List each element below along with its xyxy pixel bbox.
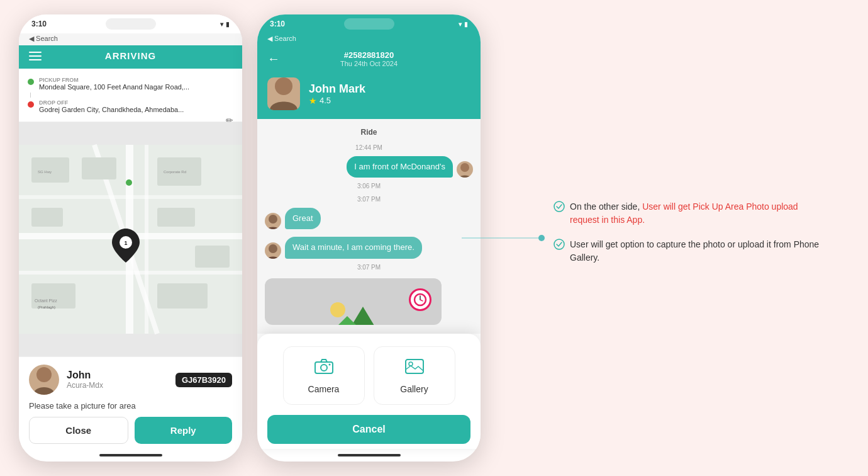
route-card: PICKUP FROM Mondeal Square, 100 Feet Ana…: [19, 69, 242, 122]
annotation-2: User will get option to capture the phot…: [554, 238, 824, 264]
user-avatar: [267, 77, 300, 110]
phone-user: 3:10 ▾ ▮ ◀ Search ← #2582881820 Thu 24th…: [257, 14, 481, 462]
photo-card: Pickup Area Photo Please take a photo of…: [265, 278, 442, 325]
annotation-1: On the other side, User will get Pick Up…: [554, 200, 824, 227]
svg-point-22: [126, 179, 132, 186]
check-icon-2: [554, 239, 565, 252]
svg-point-40: [554, 201, 564, 212]
connector-dot: [538, 235, 545, 241]
ride-id: #2582881820: [340, 50, 398, 60]
svg-rect-5: [19, 195, 242, 199]
gallery-label: Gallery: [400, 384, 428, 394]
svg-text:Octant Pizz: Octant Pizz: [35, 298, 57, 303]
svg-rect-38: [406, 360, 423, 373]
battery-icon2: ▮: [464, 21, 468, 28]
bubble-1: I am front of McDonand's: [347, 156, 453, 178]
msg-time-3: 3:07 PM: [265, 196, 473, 203]
svg-rect-35: [315, 362, 333, 373]
pickup-address: Mondeal Square, 100 Feet Anand Nagar Roa…: [39, 83, 189, 91]
annotation-panel: On the other side, User will get Pick Up…: [554, 200, 824, 276]
clock-icon: [409, 288, 431, 311]
reply-button[interactable]: Reply: [135, 417, 233, 444]
cancel-button[interactable]: Cancel: [267, 415, 470, 444]
status-icons-phone2: ▾ ▮: [459, 21, 468, 28]
home-bar: [19, 449, 242, 462]
driver-header: ARRIVING: [19, 45, 242, 69]
svg-point-36: [321, 365, 327, 371]
svg-point-41: [554, 239, 564, 249]
back-button[interactable]: ←: [267, 52, 280, 66]
star-icon: ★: [309, 96, 317, 106]
svg-point-26: [460, 163, 469, 172]
msg-time-4: 3:07 PM: [265, 264, 473, 271]
upload-options: Camera Gallery: [267, 346, 470, 405]
user-card: John Mark ★ 4.5: [257, 71, 481, 119]
picture-prompt: Please take a picture for area: [29, 401, 232, 411]
sender-avatar-1: [457, 161, 473, 178]
svg-rect-14: [157, 283, 208, 309]
message-row-3: Wait a minute, I am coming there.: [265, 237, 473, 258]
svg-point-37: [328, 364, 330, 366]
msg-time-1: 12:44 PM: [265, 144, 473, 151]
home-indicator: [99, 454, 162, 456]
receiver-avatar-2: [265, 242, 281, 259]
annotation-text-1: On the other side, User will get Pick Up…: [570, 200, 824, 227]
gallery-button[interactable]: Gallery: [374, 346, 455, 405]
rating-value: 4.5: [320, 96, 331, 105]
svg-point-28: [269, 244, 277, 253]
check-icon-1: [554, 201, 565, 214]
svg-point-25: [275, 77, 292, 95]
message-row-1: I am front of McDonand's: [265, 156, 473, 178]
svg-text:min: min: [122, 247, 129, 252]
wifi-icon: ▾: [220, 21, 223, 28]
menu-button[interactable]: [29, 52, 42, 60]
svg-text:1: 1: [124, 240, 127, 246]
svg-text:(Prahlagh): (Prahlagh): [38, 305, 55, 309]
pickup-dot: [28, 79, 34, 85]
battery-icon: ▮: [226, 21, 230, 28]
home-bar-2: [257, 449, 481, 462]
camera-button[interactable]: Camera: [283, 346, 365, 405]
phone-driver: 3:10 ▾ ▮ ◀ Search ARRIVING PICKUP FROM M…: [19, 14, 242, 462]
camera-icon: [314, 357, 334, 379]
time-phone1: 3:10: [31, 20, 47, 28]
close-button[interactable]: Close: [29, 417, 128, 444]
svg-text:Corporate Rd: Corporate Rd: [164, 170, 186, 174]
photo-placeholder: [265, 278, 442, 325]
svg-rect-12: [195, 246, 230, 268]
svg-point-24: [36, 367, 52, 382]
svg-rect-13: [31, 283, 75, 309]
ride-date: Thu 24th Oct 2024: [340, 60, 398, 67]
svg-rect-8: [82, 157, 116, 179]
driver-car: Acura-Mdx: [67, 381, 168, 390]
home-indicator-2: [338, 454, 401, 456]
arriving-title: ARRIVING: [105, 50, 156, 61]
svg-point-29: [330, 302, 345, 317]
svg-text:SG Hwy: SG Hwy: [38, 170, 52, 174]
status-icons-phone1: ▾ ▮: [220, 21, 230, 28]
search-back2[interactable]: ◀ Search: [267, 35, 296, 43]
msg-time-2: 3:06 PM: [265, 183, 473, 190]
bottom-sheet: Camera Gallery Cancel: [257, 334, 481, 449]
status-bar-phone2: 3:10 ▾ ▮: [257, 14, 481, 33]
connector-line: [462, 238, 543, 239]
chat-header: ← #2582881820 Thu 24th Oct 2024: [257, 45, 481, 71]
gallery-icon: [404, 357, 425, 379]
svg-rect-11: [157, 208, 195, 227]
user-rating: ★ 4.5: [309, 96, 365, 106]
camera-label: Camera: [308, 384, 340, 394]
svg-rect-4: [19, 271, 242, 275]
driver-card: John Acura-Mdx GJ67B3920 Please take a p…: [19, 356, 242, 449]
dropoff-address: Godrej Garden City, Chandkheda, Ahmedaba…: [39, 106, 184, 113]
user-name: John Mark: [309, 82, 365, 96]
wifi-icon2: ▾: [459, 21, 462, 28]
plate-badge: GJ67B3920: [175, 373, 232, 387]
status-bar-phone1: 3:10 ▾ ▮: [19, 14, 242, 33]
pickup-label: PICKUP FROM: [39, 77, 189, 83]
search-back[interactable]: ◀ Search: [29, 35, 58, 43]
chat-area[interactable]: Ride 12:44 PM I am front of McDonand's 3…: [257, 119, 481, 334]
bubble-wait: Wait a minute, I am coming there.: [285, 237, 422, 258]
receiver-avatar-1: [265, 213, 281, 229]
action-buttons: Close Reply: [29, 417, 232, 444]
message-row-2: Great: [265, 208, 473, 229]
